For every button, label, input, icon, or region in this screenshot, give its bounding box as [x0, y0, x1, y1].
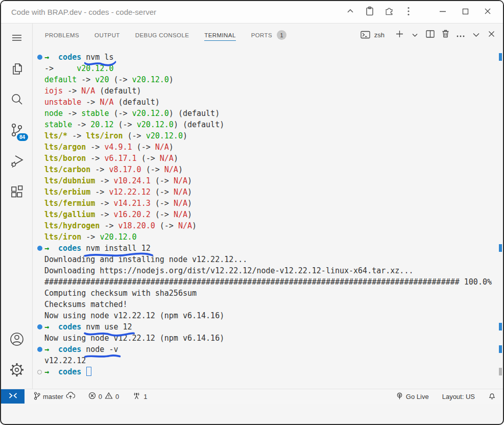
- terminal-gutter: [36, 186, 44, 198]
- terminal-gutter: [36, 355, 44, 366]
- clipboard-button[interactable]: [360, 4, 379, 21]
- window-title: Code with BRAP.dev - codes - code-server: [11, 8, 156, 16]
- clipboard-icon: [365, 6, 374, 18]
- ruler-command-mark: [499, 244, 502, 252]
- terminal-gutter: [36, 276, 44, 288]
- terminal-gutter: [36, 153, 44, 164]
- terminal-gutter: [36, 97, 44, 108]
- terminal-gutter: [36, 265, 44, 276]
- kebab-menu-icon: [407, 7, 410, 18]
- tab-debug-console[interactable]: DEBUG CONSOLE: [135, 29, 189, 41]
- minimize-button[interactable]: [431, 4, 454, 21]
- branch-icon: [34, 392, 40, 402]
- new-terminal-button[interactable]: [393, 28, 406, 42]
- settings-button[interactable]: [5, 358, 29, 384]
- chevron-down-icon: [473, 30, 479, 39]
- radio-tower-icon: [132, 392, 141, 401]
- go-live-button[interactable]: Go Live: [392, 389, 433, 404]
- command-ran-dot-icon: [37, 324, 42, 329]
- forwarded-ports-status[interactable]: 1: [128, 389, 151, 404]
- tab-output[interactable]: OUTPUT: [94, 29, 120, 41]
- terminal-gutter: [36, 198, 44, 209]
- terminal-gutter: [36, 310, 44, 321]
- close-window-button[interactable]: [476, 4, 499, 21]
- command-decoration[interactable]: [36, 344, 44, 355]
- broadcast-icon: [396, 392, 403, 402]
- terminal-line: iojs -> N/A (default): [36, 85, 496, 97]
- terminal-icon: [359, 28, 372, 42]
- terminal-gutter: [36, 130, 44, 141]
- terminal-line: ########################################…: [36, 276, 496, 288]
- shell-indicator[interactable]: zsh: [359, 28, 388, 42]
- error-icon: [88, 392, 96, 401]
- workbench: 84 PROBLEMS OUTPUT DEBUG CONSOLE: [1, 23, 503, 389]
- terminal-gutter: [36, 231, 44, 243]
- sidebar-item-run-debug[interactable]: [5, 149, 29, 175]
- tab-terminal[interactable]: TERMINAL: [204, 29, 235, 41]
- terminal-overview-ruler[interactable]: [497, 46, 502, 389]
- problems-status[interactable]: 0 0: [84, 389, 123, 404]
- terminal-gutter: [36, 209, 44, 220]
- minimize-icon: [439, 8, 446, 17]
- split-terminal-button[interactable]: [423, 28, 437, 42]
- maximize-button[interactable]: [454, 4, 476, 21]
- terminal-view[interactable]: → codes nvm ls-> v20.12.0default -> v20 …: [33, 46, 503, 389]
- sidebar-item-extensions[interactable]: [5, 180, 29, 205]
- tab-ports[interactable]: PORTS 1: [251, 27, 286, 42]
- sidebar-item-search[interactable]: [5, 88, 29, 113]
- command-decoration[interactable]: [36, 321, 44, 333]
- sidebar-item-source-control[interactable]: 84: [5, 119, 29, 144]
- terminal-line: lts/carbon -> v8.17.0 (-> N/A): [36, 164, 496, 175]
- status-bar-left: master 0 0 1: [1, 389, 151, 404]
- command-pending-circle-icon: [37, 370, 42, 374]
- warning-icon: [105, 392, 113, 401]
- account-button[interactable]: [5, 327, 29, 353]
- error-count: 0: [99, 393, 102, 400]
- terminal-gutter: [36, 85, 44, 97]
- terminal-gutter: [36, 220, 44, 231]
- branch-status[interactable]: master: [30, 389, 79, 404]
- terminal-line: lts/hydrogen -> v18.20.0 (-> N/A): [36, 220, 496, 231]
- browser-extensions-button[interactable]: [379, 4, 399, 21]
- menu-button[interactable]: [5, 28, 29, 50]
- terminal-gutter: [36, 63, 44, 74]
- collapse-toolbar-button[interactable]: [341, 4, 360, 21]
- files-icon: [9, 61, 25, 79]
- close-panel-button[interactable]: [485, 28, 498, 42]
- activity-bar: 84: [1, 23, 33, 389]
- terminal-gutter: [36, 108, 44, 119]
- panel-header: PROBLEMS OUTPUT DEBUG CONSOLE TERMINAL P…: [33, 23, 503, 46]
- terminal-line: default -> v20 (-> v20.12.0): [36, 74, 496, 85]
- terminal-gutter: [36, 119, 44, 130]
- remote-icon: [9, 392, 17, 400]
- browser-menu-button[interactable]: [399, 4, 418, 21]
- terminal-profile-dropdown[interactable]: [408, 28, 421, 42]
- command-decoration[interactable]: [36, 366, 44, 377]
- title-bar: Code with BRAP.dev - codes - code-server: [1, 1, 503, 23]
- extensions-icon: [9, 184, 25, 201]
- source-control-badge: 84: [17, 133, 28, 141]
- terminal-line: lts/gallium -> v16.20.2 (-> N/A): [36, 209, 496, 220]
- command-decoration[interactable]: [36, 243, 44, 254]
- keyboard-layout-status[interactable]: Layout: US: [438, 389, 479, 404]
- command-decoration[interactable]: [36, 52, 44, 63]
- bell-icon: [488, 392, 496, 402]
- panel-collapse-button[interactable]: [469, 28, 483, 42]
- panel-tabs: PROBLEMS OUTPUT DEBUG CONSOLE TERMINAL P…: [45, 27, 286, 42]
- panel-more-actions-button[interactable]: [454, 28, 467, 42]
- puzzle-extensions-icon: [384, 6, 394, 18]
- terminal-line: Now using node v12.22.12 (npm v6.14.16): [36, 310, 496, 321]
- window-controls: [431, 4, 499, 21]
- account-icon: [9, 331, 25, 349]
- hand-drawn-underline: [84, 251, 153, 258]
- tab-problems[interactable]: PROBLEMS: [45, 29, 79, 41]
- notifications-button[interactable]: [484, 389, 500, 404]
- terminal-line: Checksums matched!: [36, 299, 496, 310]
- status-bar-right: Go Live Layout: US: [392, 389, 503, 404]
- terminal-line: → codes: [36, 366, 496, 377]
- menu-icon: [12, 34, 22, 43]
- remote-indicator[interactable]: [1, 389, 25, 404]
- kill-terminal-button[interactable]: [439, 28, 452, 42]
- terminal-line: lts/iron -> v20.12.0: [36, 231, 496, 243]
- sidebar-item-explorer[interactable]: [5, 57, 29, 83]
